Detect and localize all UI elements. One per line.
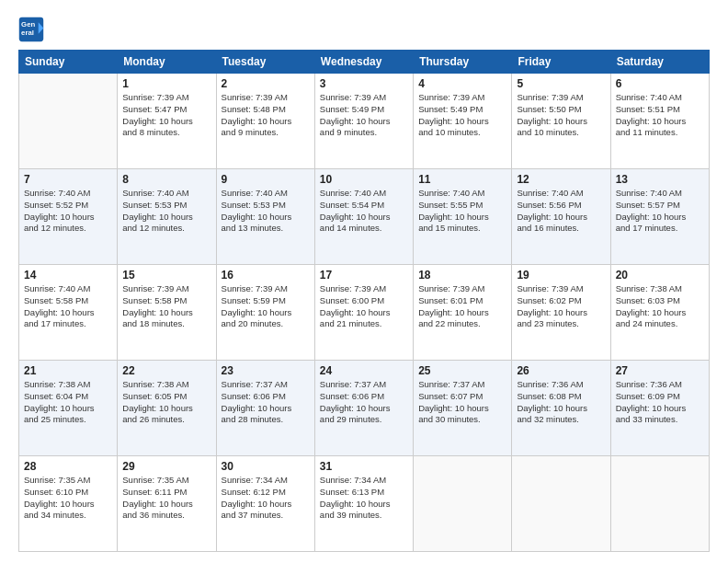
calendar-cell: 11Sunrise: 7:40 AMSunset: 5:55 PMDayligh… <box>414 169 512 265</box>
cell-date-number: 12 <box>517 173 605 186</box>
header: Gen eral <box>18 17 710 42</box>
calendar-week-2: 7Sunrise: 7:40 AMSunset: 5:52 PMDaylight… <box>19 169 710 265</box>
cell-info-text: Sunrise: 7:39 AMSunset: 5:48 PMDaylight:… <box>222 92 310 139</box>
cell-info-text: Sunrise: 7:39 AMSunset: 5:50 PMDaylight:… <box>517 92 605 139</box>
cell-info-text: Sunrise: 7:39 AMSunset: 6:00 PMDaylight:… <box>320 283 408 330</box>
calendar-cell: 31Sunrise: 7:34 AMSunset: 6:13 PMDayligh… <box>314 456 413 552</box>
calendar-cell: 12Sunrise: 7:40 AMSunset: 5:56 PMDayligh… <box>512 169 610 265</box>
cell-info-text: Sunrise: 7:35 AMSunset: 6:10 PMDaylight:… <box>24 475 112 522</box>
cell-date-number: 18 <box>418 269 506 282</box>
weekday-header-thursday: Thursday <box>414 51 512 74</box>
calendar-cell: 14Sunrise: 7:40 AMSunset: 5:58 PMDayligh… <box>19 265 118 361</box>
calendar-table: SundayMondayTuesdayWednesdayThursdayFrid… <box>18 50 710 552</box>
cell-date-number: 6 <box>616 77 704 90</box>
calendar-cell: 8Sunrise: 7:40 AMSunset: 5:53 PMDaylight… <box>118 169 216 265</box>
cell-date-number: 21 <box>24 364 112 377</box>
cell-info-text: Sunrise: 7:40 AMSunset: 5:54 PMDaylight:… <box>320 188 408 235</box>
calendar-cell: 27Sunrise: 7:36 AMSunset: 6:09 PMDayligh… <box>610 361 709 456</box>
calendar-cell: 21Sunrise: 7:38 AMSunset: 6:04 PMDayligh… <box>19 361 118 456</box>
calendar-cell <box>414 456 512 552</box>
cell-info-text: Sunrise: 7:34 AMSunset: 6:13 PMDaylight:… <box>320 475 408 522</box>
cell-date-number: 5 <box>517 77 605 90</box>
cell-date-number: 28 <box>24 460 112 473</box>
calendar-cell: 1Sunrise: 7:39 AMSunset: 5:47 PMDaylight… <box>118 74 216 169</box>
svg-text:eral: eral <box>21 29 34 37</box>
calendar-cell: 19Sunrise: 7:39 AMSunset: 6:02 PMDayligh… <box>512 265 610 361</box>
cell-info-text: Sunrise: 7:37 AMSunset: 6:06 PMDaylight:… <box>320 379 408 426</box>
cell-info-text: Sunrise: 7:40 AMSunset: 5:56 PMDaylight:… <box>517 188 605 235</box>
cell-info-text: Sunrise: 7:39 AMSunset: 5:59 PMDaylight:… <box>222 283 310 330</box>
cell-info-text: Sunrise: 7:40 AMSunset: 5:57 PMDaylight:… <box>616 188 704 235</box>
calendar-cell: 24Sunrise: 7:37 AMSunset: 6:06 PMDayligh… <box>314 361 413 456</box>
cell-info-text: Sunrise: 7:38 AMSunset: 6:03 PMDaylight:… <box>616 283 704 330</box>
cell-info-text: Sunrise: 7:40 AMSunset: 5:58 PMDaylight:… <box>24 283 112 330</box>
cell-date-number: 22 <box>122 364 210 377</box>
cell-info-text: Sunrise: 7:34 AMSunset: 6:12 PMDaylight:… <box>222 475 310 522</box>
cell-date-number: 27 <box>616 364 704 377</box>
calendar-cell: 18Sunrise: 7:39 AMSunset: 6:01 PMDayligh… <box>414 265 512 361</box>
cell-date-number: 20 <box>616 269 704 282</box>
cell-info-text: Sunrise: 7:39 AMSunset: 6:02 PMDaylight:… <box>517 283 605 330</box>
calendar-cell: 28Sunrise: 7:35 AMSunset: 6:10 PMDayligh… <box>19 456 118 552</box>
cell-date-number: 31 <box>320 460 408 473</box>
calendar-week-3: 14Sunrise: 7:40 AMSunset: 5:58 PMDayligh… <box>19 265 710 361</box>
cell-date-number: 24 <box>320 364 408 377</box>
cell-info-text: Sunrise: 7:37 AMSunset: 6:06 PMDaylight:… <box>222 379 310 426</box>
weekday-header-friday: Friday <box>512 51 610 74</box>
calendar-cell <box>19 74 118 169</box>
cell-date-number: 2 <box>222 77 310 90</box>
calendar-cell: 10Sunrise: 7:40 AMSunset: 5:54 PMDayligh… <box>314 169 413 265</box>
cell-info-text: Sunrise: 7:40 AMSunset: 5:53 PMDaylight:… <box>222 188 310 235</box>
cell-info-text: Sunrise: 7:39 AMSunset: 5:58 PMDaylight:… <box>122 283 210 330</box>
cell-date-number: 7 <box>24 173 112 186</box>
cell-info-text: Sunrise: 7:40 AMSunset: 5:55 PMDaylight:… <box>418 188 506 235</box>
calendar-cell <box>610 456 709 552</box>
cell-info-text: Sunrise: 7:40 AMSunset: 5:53 PMDaylight:… <box>122 188 210 235</box>
svg-text:Gen: Gen <box>21 20 35 29</box>
weekday-header-row: SundayMondayTuesdayWednesdayThursdayFrid… <box>19 51 710 74</box>
cell-date-number: 26 <box>517 364 605 377</box>
cell-info-text: Sunrise: 7:37 AMSunset: 6:07 PMDaylight:… <box>418 379 506 426</box>
cell-date-number: 4 <box>418 77 506 90</box>
cell-date-number: 30 <box>222 460 310 473</box>
calendar-cell: 25Sunrise: 7:37 AMSunset: 6:07 PMDayligh… <box>414 361 512 456</box>
cell-info-text: Sunrise: 7:40 AMSunset: 5:51 PMDaylight:… <box>616 92 704 139</box>
calendar-cell: 13Sunrise: 7:40 AMSunset: 5:57 PMDayligh… <box>610 169 709 265</box>
calendar-week-5: 28Sunrise: 7:35 AMSunset: 6:10 PMDayligh… <box>19 456 710 552</box>
cell-date-number: 13 <box>616 173 704 186</box>
calendar-cell: 16Sunrise: 7:39 AMSunset: 5:59 PMDayligh… <box>216 265 314 361</box>
calendar-cell: 2Sunrise: 7:39 AMSunset: 5:48 PMDaylight… <box>216 74 314 169</box>
cell-date-number: 14 <box>24 269 112 282</box>
cell-date-number: 25 <box>418 364 506 377</box>
cell-info-text: Sunrise: 7:40 AMSunset: 5:52 PMDaylight:… <box>24 188 112 235</box>
calendar-cell: 4Sunrise: 7:39 AMSunset: 5:49 PMDaylight… <box>414 74 512 169</box>
cell-date-number: 23 <box>222 364 310 377</box>
cell-info-text: Sunrise: 7:35 AMSunset: 6:11 PMDaylight:… <box>122 475 210 522</box>
calendar-cell <box>512 456 610 552</box>
cell-date-number: 1 <box>122 77 210 90</box>
calendar-week-1: 1Sunrise: 7:39 AMSunset: 5:47 PMDaylight… <box>19 74 710 169</box>
calendar-cell: 22Sunrise: 7:38 AMSunset: 6:05 PMDayligh… <box>118 361 216 456</box>
cell-info-text: Sunrise: 7:38 AMSunset: 6:05 PMDaylight:… <box>122 379 210 426</box>
weekday-header-tuesday: Tuesday <box>216 51 314 74</box>
calendar-cell: 23Sunrise: 7:37 AMSunset: 6:06 PMDayligh… <box>216 361 314 456</box>
cell-date-number: 16 <box>222 269 310 282</box>
weekday-header-wednesday: Wednesday <box>314 51 413 74</box>
weekday-header-sunday: Sunday <box>19 51 118 74</box>
cell-info-text: Sunrise: 7:39 AMSunset: 5:49 PMDaylight:… <box>418 92 506 139</box>
cell-date-number: 3 <box>320 77 408 90</box>
cell-date-number: 8 <box>122 173 210 186</box>
cell-date-number: 17 <box>320 269 408 282</box>
cell-info-text: Sunrise: 7:39 AMSunset: 5:47 PMDaylight:… <box>122 92 210 139</box>
cell-date-number: 15 <box>122 269 210 282</box>
weekday-header-saturday: Saturday <box>610 51 709 74</box>
calendar-cell: 30Sunrise: 7:34 AMSunset: 6:12 PMDayligh… <box>216 456 314 552</box>
cell-info-text: Sunrise: 7:36 AMSunset: 6:09 PMDaylight:… <box>616 379 704 426</box>
calendar-week-4: 21Sunrise: 7:38 AMSunset: 6:04 PMDayligh… <box>19 361 710 456</box>
cell-info-text: Sunrise: 7:36 AMSunset: 6:08 PMDaylight:… <box>517 379 605 426</box>
cell-date-number: 10 <box>320 173 408 186</box>
cell-info-text: Sunrise: 7:39 AMSunset: 6:01 PMDaylight:… <box>418 283 506 330</box>
logo-icon: Gen eral <box>18 17 44 42</box>
calendar-cell: 20Sunrise: 7:38 AMSunset: 6:03 PMDayligh… <box>610 265 709 361</box>
logo: Gen eral <box>18 17 49 42</box>
